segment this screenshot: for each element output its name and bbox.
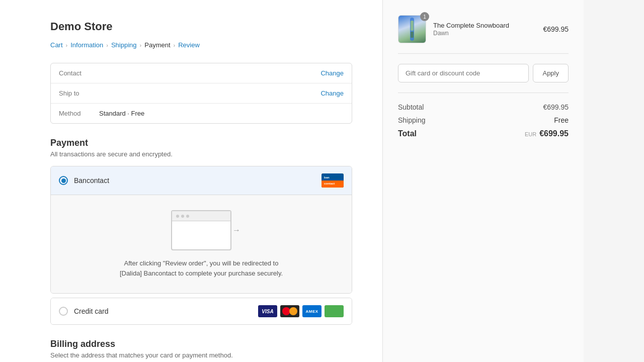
product-info: The Complete Snowboard Dawn: [433, 22, 536, 37]
creditcard-label: Credit card: [74, 307, 258, 315]
bancontact-icon: ban contact: [321, 173, 344, 188]
product-name: The Complete Snowboard: [433, 22, 536, 30]
discount-row: Apply: [398, 64, 569, 93]
sep-2: ›: [106, 42, 108, 48]
contact-change[interactable]: Change: [320, 69, 344, 77]
breadcrumb-review[interactable]: Review: [178, 41, 200, 49]
browser-illustration: [171, 210, 231, 250]
info-box: Contact Change Ship to Change Method Sta…: [50, 63, 352, 124]
shipto-change[interactable]: Change: [320, 89, 344, 97]
card-icons: VISA AMEX: [258, 305, 344, 317]
browser-top: [172, 211, 230, 221]
total-row: Total EUR €699.95: [398, 129, 569, 138]
bancontact-radio[interactable]: [59, 176, 68, 185]
breadcrumb-cart[interactable]: Cart: [50, 41, 63, 49]
browser-dot-3: [186, 215, 189, 218]
svg-text:ban: ban: [324, 176, 330, 179]
creditcard-radio[interactable]: [59, 307, 68, 316]
product-row: 1 The Complete Snowboard Dawn €699.95: [398, 15, 569, 54]
billing-section: Billing address Select the address that …: [50, 339, 352, 362]
shipto-row: Ship to Change: [51, 83, 352, 104]
product-image-wrap: 1: [398, 15, 426, 43]
left-panel: Demo Store Cart › Information › Shipping…: [0, 0, 382, 362]
billing-subtitle: Select the address that matches your car…: [50, 351, 352, 359]
redirect-description: After clicking "Review order", you will …: [120, 258, 283, 278]
browser-dot-2: [181, 215, 184, 218]
apply-button[interactable]: Apply: [533, 64, 569, 82]
subtotal-row: Subtotal €699.95: [398, 103, 569, 111]
contact-label: Contact: [59, 69, 99, 77]
product-badge: 1: [420, 12, 429, 21]
payment-bancontact-option[interactable]: Bancontact ban contact: [50, 166, 352, 294]
snowboard-svg: [403, 17, 421, 42]
shipping-label: Shipping: [398, 116, 426, 124]
svg-text:contact: contact: [324, 182, 335, 185]
bancontact-label: Bancontact: [74, 176, 321, 185]
subtotal-label: Subtotal: [398, 103, 424, 111]
method-value: Standard · Free: [99, 110, 344, 117]
sep-3: ›: [140, 42, 142, 48]
method-row: Method Standard · Free: [51, 104, 352, 123]
breadcrumb-shipping[interactable]: Shipping: [111, 41, 137, 49]
payment-title: Payment: [50, 138, 352, 148]
breadcrumb: Cart › Information › Shipping › Payment …: [50, 41, 352, 49]
shipping-value: Free: [554, 116, 569, 124]
total-label: Total: [398, 129, 417, 138]
billing-title: Billing address: [50, 339, 352, 349]
right-panel: 1 The Complete Snowboard Dawn €699.95 Ap…: [382, 0, 584, 362]
breadcrumb-payment: Payment: [144, 41, 170, 49]
sep-1: ›: [66, 42, 68, 48]
redirect-content: → After clicking "Review order", you wil…: [51, 195, 352, 293]
browser-dot-1: [176, 215, 179, 218]
subtotal-value: €699.95: [543, 103, 569, 111]
discount-input[interactable]: [398, 64, 529, 82]
payment-subtitle: All transactions are secure and encrypte…: [50, 150, 352, 158]
total-amount: EUR €699.95: [525, 129, 569, 138]
svg-rect-5: [411, 21, 414, 31]
amex-icon: AMEX: [302, 305, 321, 317]
generic-card-icon: [325, 305, 344, 317]
contact-row: Contact Change: [51, 63, 352, 83]
payment-creditcard-option[interactable]: Credit card VISA AMEX: [50, 298, 352, 325]
sep-4: ›: [174, 42, 176, 48]
breadcrumb-information[interactable]: Information: [70, 41, 103, 49]
bancontact-icons: ban contact: [321, 173, 344, 188]
total-currency: EUR: [525, 131, 536, 137]
product-price: €699.95: [543, 25, 569, 33]
total-value: €699.95: [539, 129, 569, 138]
shipping-row: Shipping Free: [398, 116, 569, 124]
bancontact-header[interactable]: Bancontact ban contact: [51, 166, 352, 195]
visa-icon: VISA: [258, 305, 277, 317]
mastercard-icon: [280, 305, 299, 317]
redirect-arrow: →: [232, 226, 240, 235]
method-label: Method: [59, 110, 99, 117]
svg-rect-6: [411, 32, 414, 38]
creditcard-header[interactable]: Credit card VISA AMEX: [51, 298, 352, 324]
store-title: Demo Store: [50, 20, 352, 33]
shipto-label: Ship to: [59, 89, 99, 97]
product-variant: Dawn: [433, 30, 536, 37]
